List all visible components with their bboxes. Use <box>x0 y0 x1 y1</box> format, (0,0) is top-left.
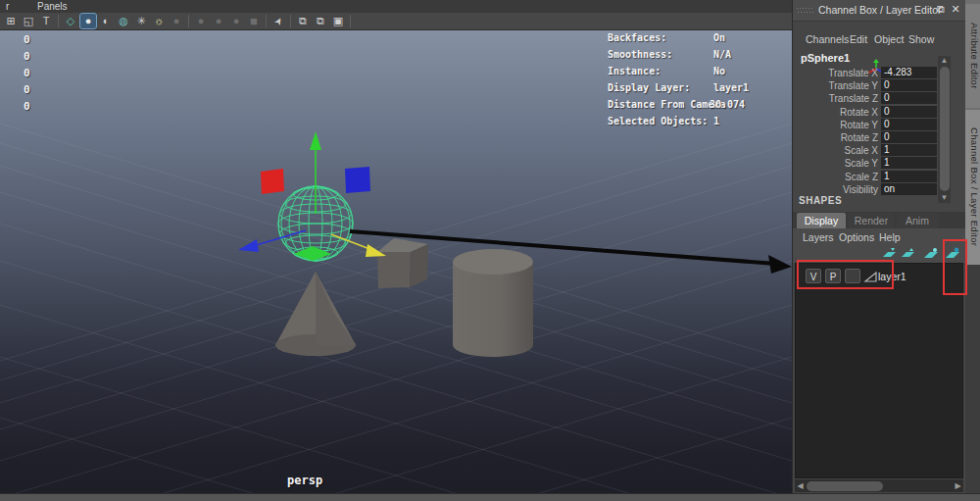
channel-box-panel: Channel Box / Layer Editor ⧉ ✕ Channels … <box>793 0 965 501</box>
hud-row: Smoothness:N/A <box>608 49 792 60</box>
channel-value-field[interactable]: 1 <box>881 171 937 182</box>
hud-row: Backfaces:On <box>608 32 792 43</box>
float-window-icon[interactable]: ⧉ <box>934 2 948 16</box>
hud-counter: 0 <box>24 33 30 46</box>
depth-peeling-icon[interactable]: ● <box>228 14 244 28</box>
close-icon[interactable]: ✕ <box>949 2 962 16</box>
channel-attributes: Translate X-4.283 Translate Y0 Translate… <box>793 67 938 196</box>
menu-help[interactable]: Help <box>879 231 901 243</box>
menu-item-panels[interactable]: Panels <box>37 0 68 13</box>
channel-value-field[interactable]: 0 <box>881 119 937 130</box>
occlusion-icon[interactable]: ● <box>193 14 209 28</box>
ground-grid <box>0 124 792 493</box>
smooth-shaded-display-icon[interactable]: ● <box>80 14 96 28</box>
channel-value-field[interactable]: 1 <box>881 144 937 156</box>
channel-row: Translate X-4.283 <box>793 67 938 79</box>
single-pane-layout-icon[interactable]: ◱ <box>21 14 36 28</box>
wireframe-display-icon[interactable]: ◇ <box>63 14 78 28</box>
create-empty-layer-icon[interactable] <box>922 247 939 261</box>
hud-counter: 0 <box>24 83 30 96</box>
layer-editor-menu-bar: Layers Options Help <box>793 228 965 245</box>
channel-row: Translate Z0 <box>793 92 938 105</box>
channel-value-field[interactable]: 0 <box>881 131 937 143</box>
layer-editor-tabs: Display Render Anim <box>793 212 965 228</box>
flat-shaded-display-icon[interactable]: ◐ <box>98 14 114 28</box>
perspective-viewport[interactable]: 0 0 0 0 0 Backfaces:On Smoothness:N/A In… <box>0 30 792 493</box>
scroll-up-icon[interactable]: ▲ <box>938 56 951 66</box>
cone-object[interactable] <box>275 272 356 356</box>
image-plane-icon[interactable]: ▣ <box>330 14 346 28</box>
side-strip-filler <box>965 265 980 501</box>
maya-window: r Panels ⊞ ◱ T ◇ ● ◐ ◍ ✳ ☼ ● ● ● ● ■ ➤ ⧉… <box>0 0 980 501</box>
move-layer-up-icon[interactable] <box>881 247 898 261</box>
menu-show[interactable]: Show <box>908 33 934 45</box>
channel-row: Scale Y1 <box>793 157 938 170</box>
channel-value-field[interactable]: 0 <box>881 106 937 118</box>
channel-row: Rotate Y0 <box>793 119 938 131</box>
move-layer-down-icon[interactable] <box>900 247 916 261</box>
channel-row: Visibilityon <box>793 183 938 196</box>
channel-row: Translate Y0 <box>793 79 938 92</box>
manip-y-arrow[interactable] <box>310 131 321 150</box>
channel-box-menu-bar: Channels Edit Object Show <box>793 29 965 49</box>
annotation-box-layer-icon <box>943 239 967 295</box>
hud-counter: 0 <box>24 67 30 79</box>
multisample-icon[interactable]: ■ <box>246 14 262 28</box>
menu-object[interactable]: Object <box>874 33 904 45</box>
menu-channels[interactable]: Channels <box>806 33 849 45</box>
manip-x-arrow[interactable] <box>238 239 259 252</box>
tab-display[interactable]: Display <box>797 213 846 228</box>
cylinder-object[interactable] <box>453 249 533 357</box>
toolbar-separator <box>188 15 189 27</box>
channel-value-field[interactable]: 0 <box>881 79 937 91</box>
scroll-left-icon[interactable]: ◀ <box>795 479 806 492</box>
menu-options[interactable]: Options <box>839 231 874 243</box>
textured-display-icon[interactable]: ◍ <box>116 14 131 28</box>
scroll-down-icon[interactable]: ▼ <box>938 193 951 203</box>
xray-display-icon[interactable]: ⧉ <box>313 14 328 28</box>
drag-handle-icon[interactable] <box>797 8 814 13</box>
scroll-right-icon[interactable]: ▶ <box>953 479 963 492</box>
layer-list-hscrollbar[interactable]: ◀ ▶ <box>795 479 963 492</box>
channel-value-field[interactable]: -4.283 <box>881 67 937 78</box>
toolbar-separator <box>266 15 267 27</box>
default-lighting-icon[interactable]: ☼ <box>151 14 167 28</box>
channel-row: Scale X1 <box>793 144 938 157</box>
tab-attribute-editor[interactable]: Attribute Editor <box>965 4 980 108</box>
annotation-box-layer-row <box>797 260 894 289</box>
menu-edit[interactable]: Edit <box>850 33 867 45</box>
shadows-icon[interactable]: ● <box>169 14 184 28</box>
channel-value-field[interactable]: 1 <box>881 157 937 169</box>
wireframe-on-shaded-icon[interactable]: ✳ <box>133 14 149 28</box>
scrollbar-thumb[interactable] <box>807 481 883 491</box>
tab-anim[interactable]: Anim <box>897 213 938 228</box>
selected-object-name[interactable]: pSphere1 <box>801 52 850 64</box>
panel-title-bar[interactable]: Channel Box / Layer Editor ⧉ ✕ <box>793 0 965 22</box>
scrollbar-thumb[interactable] <box>940 67 950 191</box>
panel-title: Channel Box / Layer Editor <box>818 4 942 16</box>
menu-layers[interactable]: Layers <box>803 231 834 243</box>
layer-list[interactable]: V P layer1 <box>795 263 963 478</box>
four-view-layout-icon[interactable]: ⊞ <box>3 14 19 28</box>
channel-box-scrollbar[interactable]: ▲ ▼ <box>938 56 951 203</box>
channel-row: Scale Z1 <box>793 171 938 183</box>
tab-channel-box-layer-editor[interactable]: Channel Box / Layer Editor <box>965 110 980 265</box>
select-tool-icon[interactable]: ➤ <box>269 11 289 31</box>
shapes-section-header[interactable]: SHAPES <box>799 195 842 206</box>
menu-item-partial[interactable]: r <box>6 0 9 13</box>
tab-render[interactable]: Render <box>848 213 895 228</box>
toolbar-separator <box>290 15 291 27</box>
manip-plane-blue[interactable] <box>345 167 370 193</box>
panel-menu-bar: r Panels <box>0 0 792 13</box>
channel-row: Rotate X0 <box>793 106 938 119</box>
motion-blur-icon[interactable]: ● <box>211 14 226 28</box>
panel-type-icon[interactable]: T <box>38 14 54 28</box>
channel-value-field[interactable]: 0 <box>881 92 937 104</box>
isolate-select-icon[interactable]: ⧉ <box>295 14 311 28</box>
hud-counter: 0 <box>24 100 30 113</box>
hud-row: Distance From Camera30.074 <box>608 99 792 110</box>
manip-plane-red[interactable] <box>261 169 284 194</box>
cube-object[interactable] <box>377 238 428 288</box>
window-bottom-edge <box>0 493 980 501</box>
channel-value-field[interactable]: on <box>881 183 937 195</box>
